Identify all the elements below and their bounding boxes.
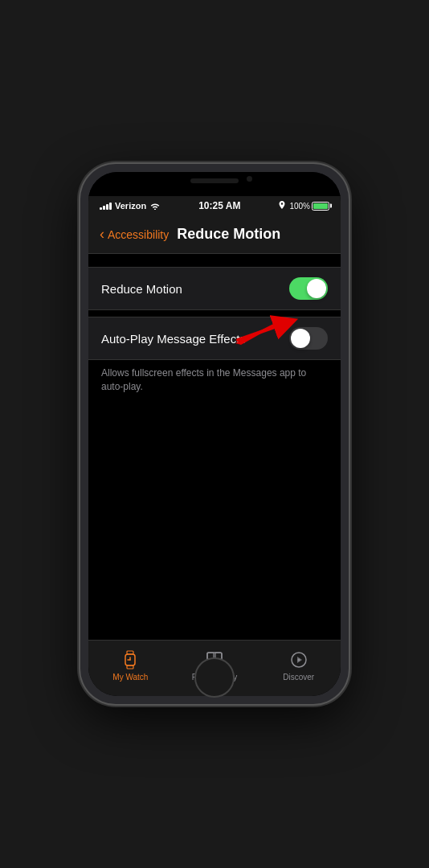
reduce-motion-toggle[interactable] bbox=[289, 277, 328, 300]
autoplay-label: Auto-Play Message Effects bbox=[101, 332, 246, 346]
battery-fill bbox=[313, 203, 328, 209]
status-right: 100% bbox=[278, 201, 329, 211]
status-bar: Verizon 10:25 AM 100% bbox=[88, 196, 341, 215]
page-title: Reduce Motion bbox=[177, 226, 280, 243]
svg-rect-4 bbox=[127, 665, 133, 669]
phone-frame: Verizon 10:25 AM 100% bbox=[80, 164, 349, 704]
tab-discover-label: Discover bbox=[283, 673, 314, 682]
toggle-thumb bbox=[307, 279, 326, 298]
battery-icon bbox=[312, 202, 329, 211]
my-watch-icon bbox=[120, 649, 141, 670]
back-label: Accessibility bbox=[108, 228, 169, 241]
back-chevron-icon: ‹ bbox=[100, 227, 104, 241]
signal-bars bbox=[100, 202, 112, 210]
home-button[interactable] bbox=[194, 657, 235, 698]
notch-area bbox=[88, 172, 341, 196]
phone-screen: Verizon 10:25 AM 100% bbox=[88, 172, 341, 696]
autoplay-toggle[interactable] bbox=[289, 327, 328, 350]
autoplay-section: Auto-Play Message Effects bbox=[88, 317, 341, 407]
location-icon bbox=[278, 201, 286, 211]
battery-container: 100% bbox=[289, 202, 329, 211]
status-time: 10:25 AM bbox=[198, 200, 240, 211]
carrier-label: Verizon bbox=[115, 201, 146, 211]
svg-rect-3 bbox=[127, 651, 133, 654]
autoplay-row: Auto-Play Message Effects bbox=[88, 317, 341, 360]
status-left: Verizon bbox=[100, 201, 161, 211]
discover-icon bbox=[288, 649, 309, 670]
nav-bar: ‹ Accessibility Reduce Motion bbox=[88, 215, 341, 254]
content-area: Reduce Motion Auto-Play Message Effects bbox=[88, 254, 341, 640]
back-button[interactable]: ‹ Accessibility bbox=[100, 227, 169, 241]
tab-my-watch-label: My Watch bbox=[112, 673, 148, 682]
tab-discover[interactable]: Discover bbox=[256, 649, 341, 682]
reduce-motion-section: Reduce Motion bbox=[88, 267, 341, 310]
reduce-motion-label: Reduce Motion bbox=[101, 282, 182, 296]
autoplay-description: Allows fullscreen effects in the Message… bbox=[88, 360, 341, 407]
svg-point-14 bbox=[297, 658, 300, 661]
reduce-motion-row: Reduce Motion bbox=[88, 267, 341, 310]
tab-my-watch[interactable]: My Watch bbox=[88, 649, 173, 682]
speaker bbox=[190, 178, 239, 183]
battery-pct: 100% bbox=[289, 202, 310, 211]
autoplay-toggle-thumb bbox=[291, 329, 310, 348]
wifi-icon bbox=[149, 202, 161, 210]
camera bbox=[247, 176, 252, 182]
